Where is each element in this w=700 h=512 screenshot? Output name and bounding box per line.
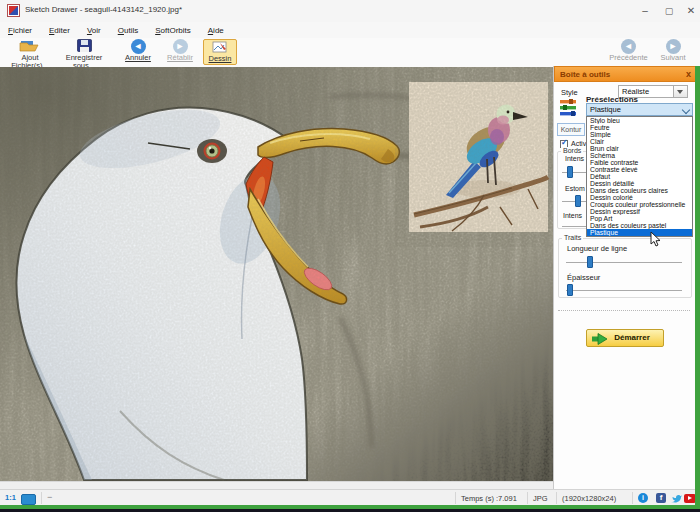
preset-option[interactable]: Dessin détaillé (587, 180, 692, 187)
toolbox-title: Boîte à outils (560, 70, 610, 79)
preset-option[interactable]: Brun clair (587, 145, 692, 152)
zoom-out-button[interactable]: − (47, 492, 52, 502)
toolbox-close-icon[interactable]: x (686, 69, 691, 79)
intensity2-label: Intens (563, 212, 582, 219)
canvas-area[interactable] (0, 67, 553, 481)
blur-slider-thumb[interactable] (575, 195, 581, 207)
elapsed-time: Temps (s) :7.091 (461, 494, 517, 503)
preset-option[interactable]: Clair (587, 138, 692, 145)
draw-label: Dessin (204, 55, 236, 63)
preset-option[interactable]: Plastique (587, 229, 692, 236)
line-length-slider-thumb[interactable] (587, 256, 593, 268)
next-arrow-icon: ► (666, 39, 681, 54)
preset-option[interactable]: Croquis couleur professionnelle (587, 201, 692, 208)
preset-option[interactable]: Schéma (587, 152, 692, 159)
style-label: Style (561, 88, 578, 97)
edges-group-label: Bords (561, 147, 583, 154)
menu-bar: Fichier Editer Voir Outils SoftOrbits Ai… (0, 22, 700, 38)
preset-option[interactable]: Défaut (587, 173, 692, 180)
facebook-icon[interactable]: f (656, 493, 666, 503)
preset-option[interactable]: Pop Art (587, 215, 692, 222)
line-length-label: Longueur de ligne (567, 244, 627, 253)
info-icon[interactable]: i (638, 493, 648, 503)
previous-arrow-icon: ◄ (621, 39, 636, 54)
previous-label: Précédente (606, 54, 651, 62)
start-arrow-icon (592, 333, 608, 345)
preset-option[interactable]: Dans des couleurs pastel (587, 222, 692, 229)
redo-label: Rétablir (160, 54, 200, 62)
blur-label: Estom (565, 185, 585, 192)
previous-button[interactable]: ◄ Précédente (606, 39, 651, 65)
add-files-button[interactable]: Ajout Fichier(s)... (4, 39, 56, 65)
floppy-disk-icon (77, 39, 92, 52)
tab-contour-label: Kontur (561, 126, 582, 133)
presets-select[interactable]: Plastique (586, 103, 693, 116)
menu-voir[interactable]: Voir (87, 26, 101, 35)
toolbox-panel: Boîte à outils x Style Réaliste Présélec… (553, 66, 695, 489)
undo-label: Annuler (118, 54, 158, 62)
tab-contour[interactable]: Kontur (557, 123, 585, 136)
intensity1-slider-thumb[interactable] (567, 166, 573, 178)
close-button[interactable]: ✕ (680, 3, 700, 19)
save-as-button[interactable]: Enregistrer sous... (58, 39, 110, 65)
preset-option[interactable]: Contraste élevé (587, 166, 692, 173)
file-format: JPG (533, 494, 548, 503)
minimize-button[interactable]: – (634, 3, 656, 19)
fit-to-window-icon[interactable] (21, 494, 36, 505)
app-icon (7, 4, 20, 17)
thickness-slider[interactable] (566, 290, 682, 291)
line-length-slider[interactable] (566, 262, 682, 263)
menu-editer[interactable]: Editer (49, 26, 70, 35)
seagull-sketch (0, 67, 553, 481)
frame-edge-right (695, 66, 700, 506)
sketch-icon (212, 41, 228, 53)
redo-button[interactable]: ► Rétablir (160, 39, 200, 65)
image-dimensions: (1920x1280x24) (562, 494, 616, 503)
intensity1-label: Intens (565, 155, 584, 162)
chevron-down-icon (677, 90, 683, 94)
toolbox-header[interactable]: Boîte à outils x (554, 66, 696, 82)
next-button[interactable]: ► Suivant (652, 39, 694, 65)
presets-value: Plastique (590, 105, 621, 114)
next-label: Suivant (652, 54, 694, 62)
title-bar: Sketch Drawer - seagull-4143142_1920.jpg… (0, 0, 700, 23)
presets-icon (559, 98, 579, 118)
open-folder-icon (19, 39, 41, 52)
maximize-button[interactable]: ▢ (658, 3, 680, 19)
menu-outils[interactable]: Outils (118, 26, 138, 35)
start-button-label: Démarrer (614, 333, 650, 342)
separator (558, 310, 690, 311)
actual-size-button[interactable]: 1:1 (5, 493, 16, 502)
window-title: Sketch Drawer - seagull-4143142_1920.jpg… (25, 5, 182, 14)
thickness-slider-thumb[interactable] (567, 284, 573, 296)
strokes-group-label: Traits (562, 234, 583, 241)
undo-button[interactable]: ◄ Annuler (118, 39, 158, 65)
style-dropdown-button[interactable] (673, 86, 687, 97)
start-button[interactable]: Démarrer (586, 329, 664, 347)
check-icon: ✓ (561, 138, 568, 147)
app-window: Sketch Drawer - seagull-4143142_1920.jpg… (0, 0, 700, 512)
preset-option[interactable]: Dessin colorié (587, 194, 692, 201)
preset-option[interactable]: Dans des couleurs claires (587, 187, 692, 194)
preset-option[interactable]: Dessin expressif (587, 208, 692, 215)
toolbar: Ajout Fichier(s)... Enregistrer sous... … (0, 38, 700, 68)
menu-aide[interactable]: Aide (208, 26, 224, 35)
preset-option[interactable]: Feutre (587, 124, 692, 131)
draw-button[interactable]: Dessin (203, 39, 237, 65)
preset-option[interactable]: Stylo bleu (587, 117, 692, 124)
preset-option[interactable]: Faible contraste (587, 159, 692, 166)
redo-arrow-icon: ► (173, 39, 188, 54)
presets-dropdown-list: Stylo bleu Feutre Simple Clair Brun clai… (586, 116, 693, 237)
undo-arrow-icon: ◄ (131, 39, 146, 54)
preset-option[interactable]: Simple (587, 131, 692, 138)
cursor-pointer (649, 231, 661, 248)
twitter-icon[interactable] (670, 494, 682, 504)
menu-fichier[interactable]: Fichier (8, 26, 32, 35)
status-bar: 1:1 − + Temps (s) :7.091 JPG (1920x1280x… (0, 489, 700, 505)
chevron-down-icon (682, 106, 690, 114)
menu-softorbits[interactable]: SoftOrbits (155, 26, 191, 35)
active-checkbox-label: Activ (571, 140, 586, 147)
thickness-label: Épaisseur (567, 273, 600, 282)
